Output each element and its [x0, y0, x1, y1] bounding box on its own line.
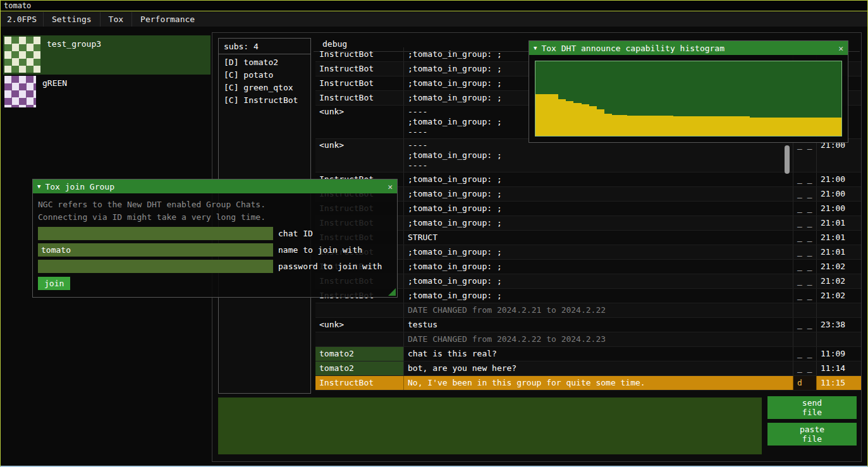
histogram-bar [573, 103, 581, 136]
message-author: InstructBot [315, 376, 404, 390]
histogram-bar [582, 104, 589, 136]
member-tomato2[interactable]: [D] tomato2 [219, 56, 310, 69]
message-author: tomato2 [315, 361, 404, 375]
dht-histogram-window: ▼ Tox DHT announce capability histogram … [529, 40, 848, 143]
message-author: InstructBot [315, 91, 404, 105]
message-text: ;tomato_in_group: ; [404, 173, 793, 186]
message-status: _ _ [793, 361, 817, 375]
message-author: <unk> [315, 139, 404, 172]
message-author [315, 332, 404, 346]
message-time: 23:38 [817, 318, 861, 332]
dht-histogram-title: Tox DHT announce capability histogram [541, 44, 724, 53]
histogram-bar [795, 118, 803, 136]
message-row[interactable]: <unk>---- ;tomato_in_group: ; ----_ _21:… [315, 139, 861, 173]
resize-grip-icon[interactable] [388, 288, 396, 296]
message-text: ;tomato_in_group: ; [404, 274, 793, 288]
join-field-row: tomatoname to join with [38, 243, 392, 257]
message-status: _ _ [793, 274, 817, 288]
message-text: chat is this real? [404, 347, 793, 361]
message-status: _ _ [793, 347, 817, 361]
date-separator-row[interactable]: DATE CHANGED from 2024.2.21 to 2024.2.22 [315, 303, 861, 318]
group-list: test_group3gREEN [3, 35, 211, 109]
histogram-bars [535, 61, 841, 136]
message-input[interactable] [218, 397, 762, 454]
histogram-bar [810, 118, 818, 136]
message-time: 11:15 [817, 376, 861, 390]
message-time [817, 332, 861, 346]
group-item-test_group3[interactable]: test_group3 [3, 35, 211, 75]
chat-scrollbar[interactable] [785, 145, 790, 174]
message-text: ---- ;tomato_in_group: ; ---- [404, 139, 793, 172]
message-time: 21:01 [817, 216, 861, 230]
message-status [793, 303, 817, 317]
join-input-3[interactable] [38, 260, 273, 273]
join-field-label: chat ID [278, 229, 313, 238]
group-name: test_group3 [40, 37, 101, 49]
close-icon[interactable]: ✕ [838, 44, 843, 53]
message-text: testus [404, 318, 793, 332]
histogram-bar [650, 116, 657, 136]
histogram-bar [597, 109, 604, 136]
app-window: tomato 2.0FPS Settings Tox Performance t… [0, 0, 868, 467]
window-titlebar: tomato [1, 1, 867, 11]
message-status: _ _ [793, 260, 817, 274]
message-status: _ _ [793, 231, 817, 245]
group-item-gREEN[interactable]: gREEN [3, 75, 211, 109]
message-text: ;tomato_in_group: ; [404, 260, 793, 274]
histogram-bar [696, 116, 704, 136]
join-button[interactable]: join [38, 277, 70, 290]
message-author: tomato2 [315, 347, 404, 361]
message-author: InstructBot [315, 76, 404, 90]
join-input-1[interactable] [38, 227, 273, 240]
join-hint-1: NGC refers to the New DHT enabled Group … [38, 198, 392, 211]
date-separator-row[interactable]: DATE CHANGED from 2024.2.22 to 2024.2.23 [315, 332, 861, 347]
message-status: _ _ [793, 173, 817, 186]
join-group-body: NGC refers to the New DHT enabled Group … [33, 193, 397, 297]
message-text: ;tomato_in_group: ; [404, 202, 793, 215]
histogram-bar [834, 118, 841, 136]
message-status: _ _ [793, 216, 817, 230]
join-input-2[interactable]: tomato [38, 243, 273, 257]
message-status: _ _ [793, 289, 817, 303]
dht-histogram-titlebar[interactable]: ▼ Tox DHT announce capability histogram … [529, 41, 848, 55]
message-row[interactable]: InstructBotNo, I've been in this group f… [315, 376, 861, 391]
message-time: 21:00 [817, 202, 861, 215]
histogram-bar [826, 118, 834, 136]
group-name: gREEN [36, 76, 67, 88]
group-avatar [4, 37, 40, 73]
message-row[interactable]: tomato2chat is this real?_ _11:09 [315, 347, 861, 361]
histogram-plot [535, 61, 842, 136]
message-status: _ _ [793, 139, 817, 172]
histogram-bar [780, 118, 788, 136]
collapse-arrow-icon[interactable]: ▼ [534, 45, 537, 51]
join-field-label: name to join with [278, 245, 362, 255]
histogram-bar [589, 106, 597, 136]
join-group-titlebar[interactable]: ▼ Tox join Group ✕ [33, 179, 397, 193]
member-potato[interactable]: [C] potato [219, 69, 310, 82]
histogram-bar [535, 94, 543, 136]
message-status: _ _ [793, 187, 817, 201]
join-hint-2: Connecting via ID might take a very long… [38, 211, 392, 224]
menu-item-tox[interactable]: Tox [101, 13, 131, 25]
histogram-bar [612, 115, 620, 136]
menu-item-performance[interactable]: Performance [132, 13, 203, 25]
histogram-bar [635, 116, 642, 136]
group-avatar [4, 76, 36, 107]
message-row[interactable]: <unk>testus_ _23:38 [315, 318, 861, 332]
menu-item-settings[interactable]: Settings [44, 13, 100, 25]
member-green_qtox[interactable]: [C] green_qtox [219, 82, 310, 94]
send-file-button[interactable]: send file [767, 396, 857, 419]
collapse-arrow-icon[interactable]: ▼ [37, 183, 40, 190]
join-fields: chat IDtomatoname to join withpassword t… [38, 227, 392, 273]
window-title: tomato [4, 1, 31, 10]
message-text: No, I've been in this group for quite so… [404, 376, 793, 390]
member-InstructBot[interactable]: [C] InstructBot [219, 94, 310, 107]
join-field-row: chat ID [38, 227, 392, 240]
paste-file-button[interactable]: paste file [767, 423, 857, 446]
histogram-bar [673, 116, 681, 136]
message-text: ;tomato_in_group: ; [404, 216, 793, 230]
message-time: 21:01 [817, 245, 861, 259]
histogram-bar [750, 118, 757, 136]
close-icon[interactable]: ✕ [388, 182, 393, 191]
message-row[interactable]: tomato2bot, are you new here?_ _11:14 [315, 361, 861, 376]
